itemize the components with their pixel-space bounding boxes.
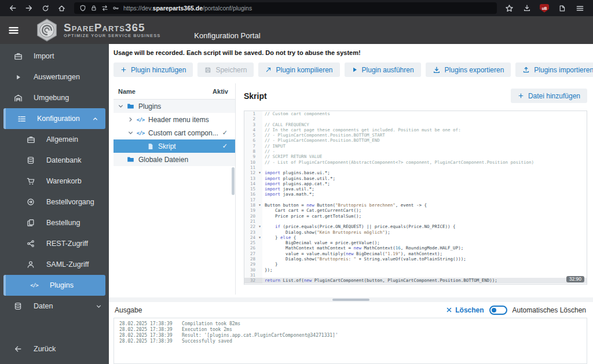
code-line[interactable]: 31 bbox=[244, 273, 587, 278]
code-line[interactable]: 14import plugins.app.cat.*; bbox=[244, 181, 587, 186]
key-icon[interactable] bbox=[112, 5, 119, 12]
code-line[interactable]: 24▼ } else { bbox=[244, 235, 587, 240]
tree-row-custom-cart-compon[interactable]: </>Custom cart compon...✓ bbox=[114, 126, 235, 139]
code-line[interactable]: 28 Dialog.show("Bruttopreis: " + String.… bbox=[244, 256, 587, 262]
shield-icon[interactable] bbox=[79, 5, 86, 12]
tree-row-globale-dateien[interactable]: Globale Dateien bbox=[114, 153, 235, 166]
sidebar-item-warenkorb[interactable]: Warenkorb bbox=[0, 171, 109, 192]
button-label: Plugin hinzufügen bbox=[131, 66, 186, 74]
sidebar-back-button[interactable]: Zurück bbox=[0, 339, 109, 359]
run-plugin-button[interactable]: Plugin ausführen bbox=[345, 62, 421, 77]
fold-gutter bbox=[257, 181, 262, 186]
extension-icon[interactable] bbox=[557, 2, 567, 14]
code-line[interactable]: 18▼Button button = new Button("Bruttopre… bbox=[244, 203, 587, 208]
chevron-down-icon[interactable] bbox=[116, 103, 126, 109]
browser-forward-icon[interactable] bbox=[22, 2, 36, 14]
app-header: SpareParts365 OPTIMIZE YOUR SERVICE BUSI… bbox=[0, 16, 593, 44]
code-line[interactable]: 6// - PluginCartComponent.Position.BOTTO… bbox=[244, 138, 587, 143]
code-line[interactable]: 3// CALL FREQUENCY bbox=[244, 122, 587, 127]
browser-home-icon[interactable] bbox=[54, 2, 68, 14]
code-line[interactable]: 12▼import plugins.base.ui.*; bbox=[244, 170, 587, 175]
warehouse-icon bbox=[13, 94, 23, 102]
clear-output-button[interactable]: Löschen bbox=[446, 306, 484, 314]
code-line[interactable]: 5// - PluginCartComponent.Position.BOTTO… bbox=[244, 133, 587, 138]
code-line[interactable]: 1// Custom cart components bbox=[244, 111, 587, 116]
sidebar-item-import[interactable]: Import bbox=[0, 46, 109, 67]
code-editor[interactable]: 1// Custom cart components23// CALL FREQ… bbox=[244, 111, 587, 285]
code-line[interactable]: 26 MathContext mathContext = new MathCon… bbox=[244, 245, 587, 251]
downloads-icon[interactable] bbox=[522, 2, 532, 14]
code-line[interactable]: 22▼ if (price.equals(Price.ON_REQUEST) |… bbox=[244, 224, 587, 229]
fold-arrow-icon[interactable]: ▼ bbox=[257, 235, 262, 240]
sidebar-item-auswertungen[interactable]: Auswertungen bbox=[0, 67, 109, 87]
add-file-button[interactable]: Datei hinzufügen bbox=[511, 89, 587, 103]
tree-row-header-menu-items[interactable]: </>Header menu items bbox=[114, 113, 235, 126]
code-line[interactable]: 30}); bbox=[244, 267, 587, 273]
bookmark-star-icon[interactable] bbox=[504, 2, 514, 14]
code-line[interactable]: 25 BigDecimal value = price.getValue(); bbox=[244, 240, 587, 245]
output-log[interactable]: 28.02.2025 17:38:39Compilation took 82ms… bbox=[114, 318, 587, 364]
lock-icon[interactable] bbox=[90, 5, 97, 12]
sidebar-item-rest-zugriff[interactable]: REST-Zugriff bbox=[0, 233, 109, 254]
fold-arrow-icon[interactable]: ▼ bbox=[257, 224, 262, 229]
back-label: Zurück bbox=[34, 345, 56, 353]
auto-clear-label: Automatisches Löschen bbox=[513, 306, 586, 314]
panel-splitter[interactable] bbox=[109, 297, 593, 302]
fold-arrow-icon[interactable]: ▼ bbox=[257, 203, 262, 208]
sidebar-item-datenbank[interactable]: Datenbank bbox=[0, 150, 109, 171]
export-plugins-button[interactable]: Plugins exportieren bbox=[426, 62, 511, 77]
code-line[interactable]: 13import plugins.base.util.*; bbox=[244, 176, 587, 181]
address-bar[interactable]: https://dev.spareparts365.de/portalconf/… bbox=[74, 2, 497, 14]
code-text: // - PluginCartComponent.Position.BOTTOM… bbox=[262, 138, 380, 143]
code-line[interactable]: 16import java.math.*; bbox=[244, 192, 587, 197]
code-line[interactable]: 17 bbox=[244, 197, 587, 203]
code-line[interactable]: 2 bbox=[244, 116, 587, 122]
sidebar-item-plugins[interactable]: </>Plugins bbox=[3, 275, 105, 296]
sidebar-item-bestellvorgang[interactable]: Bestellvorgang bbox=[0, 192, 109, 212]
log-row: 28.02.2025 17:38:39Execution took 2ms bbox=[119, 327, 581, 333]
chevron-down-icon bbox=[96, 303, 102, 310]
browser-menu-icon[interactable] bbox=[574, 2, 585, 14]
code-line[interactable]: 8// - bbox=[244, 149, 587, 154]
hamburger-menu-icon[interactable] bbox=[8, 25, 28, 36]
tree-scrollbar-thumb[interactable] bbox=[232, 167, 235, 195]
browser-reload-icon[interactable] bbox=[38, 2, 52, 14]
fold-arrow-icon[interactable]: ▼ bbox=[257, 170, 262, 175]
code-text: return List.of(new PluginCartComponent(b… bbox=[262, 278, 497, 283]
splitter-handle[interactable] bbox=[332, 299, 369, 301]
sidebar-item-konfiguration[interactable]: Konfiguration bbox=[3, 108, 105, 129]
auto-clear-toggle[interactable] bbox=[489, 306, 507, 315]
compile-plugin-button[interactable]: Plugin kompilieren bbox=[258, 62, 339, 77]
browser-back-icon[interactable] bbox=[6, 2, 20, 14]
import-plugins-button[interactable]: Plugins importieren bbox=[515, 62, 593, 77]
tree-row-plugins[interactable]: Plugins bbox=[114, 100, 235, 113]
code-line[interactable]: 15import java.util.*; bbox=[244, 186, 587, 192]
code-line[interactable]: 19 Cart cart = Cat.getCurrentCart(); bbox=[244, 208, 587, 213]
swap-icon[interactable] bbox=[101, 5, 108, 12]
code-line[interactable]: 10// - List of PluginCartComponent(Abstr… bbox=[244, 160, 587, 165]
arrow-circle-icon bbox=[25, 198, 36, 206]
code-line[interactable]: 29 } bbox=[244, 262, 587, 267]
sidebar-item-allgemein[interactable]: Allgemein bbox=[0, 129, 109, 150]
code-line[interactable]: 23 Dialog.show("Kein Bruttopreis möglich… bbox=[244, 230, 587, 235]
chevron-right-icon[interactable] bbox=[126, 116, 136, 123]
fold-gutter bbox=[257, 144, 262, 149]
chevron-down-icon[interactable] bbox=[126, 130, 136, 136]
save-button: Speichern bbox=[197, 62, 254, 77]
sidebar-item-umgebung[interactable]: Umgebung bbox=[0, 87, 109, 108]
sidebar-item-bestellung[interactable]: Bestellung bbox=[0, 212, 109, 233]
code-text: } bbox=[262, 262, 278, 267]
code-line[interactable]: 21 bbox=[244, 219, 587, 224]
code-line[interactable]: 11 bbox=[244, 165, 587, 170]
code-line[interactable]: 7// INPUT bbox=[244, 144, 587, 149]
add-plugin-button[interactable]: Plugin hinzufügen bbox=[114, 62, 193, 77]
code-line[interactable]: 9// SCRIPT RETURN VALUE bbox=[244, 154, 587, 159]
adblock-extension-icon[interactable]: uB bbox=[540, 4, 549, 13]
code-line[interactable]: 27 value = value.multiply(new BigDecimal… bbox=[244, 251, 587, 256]
code-line[interactable]: 32return List.of(new PluginCartComponent… bbox=[244, 278, 587, 283]
code-line[interactable]: 4// In the cart page these components ge… bbox=[244, 127, 587, 133]
sidebar-item-daten[interactable]: Daten bbox=[0, 296, 109, 317]
tree-row-skript[interactable]: Skript✓ bbox=[114, 139, 235, 153]
code-line[interactable]: 20 Price price = cart.getTotalSum(); bbox=[244, 214, 587, 219]
sidebar-item-saml-zugriff[interactable]: SAML-Zugriff bbox=[0, 254, 109, 275]
